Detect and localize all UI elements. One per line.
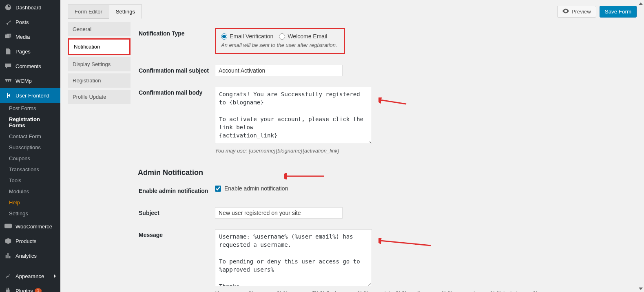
plugins-icon [4, 287, 12, 292]
comments-icon [4, 62, 12, 70]
page-tabs: Form Editor Settings [68, 4, 142, 19]
menu-label: Appearance [15, 273, 44, 279]
settings-panel: Notification Type Email Verification [138, 22, 637, 285]
subnav-profile-update[interactable]: Profile Update [68, 90, 131, 104]
analytics-icon [4, 252, 12, 260]
scroll-up-button[interactable] [637, 0, 644, 7]
radio-label: Email Verification [230, 33, 273, 40]
settings-subnav: General Notification Display Settings Re… [68, 22, 131, 285]
subnav-display-settings[interactable]: Display Settings [68, 57, 131, 71]
admin-subject-label: Subject [139, 202, 214, 223]
menu-label: User Frontend [15, 93, 49, 99]
button-label: Save Form [605, 9, 631, 15]
svg-rect-0 [4, 224, 12, 228]
vertical-scrollbar[interactable] [637, 0, 644, 292]
menu-label: WooCommerce [15, 223, 52, 230]
submenu-contact-form[interactable]: Contact Form [5, 131, 60, 142]
menu-wcmp[interactable]: WCMp [0, 73, 60, 88]
menu-pages[interactable]: Pages [0, 44, 60, 59]
confirm-body-label: Confirmation mail body [139, 82, 214, 159]
menu-label: Dashboard [15, 4, 42, 11]
submenu-coupons[interactable]: Coupons [5, 153, 60, 164]
menu-label: Media [15, 34, 30, 40]
dashboard-icon [4, 3, 12, 11]
subnav-general[interactable]: General [68, 22, 131, 36]
appearance-icon [4, 272, 12, 280]
menu-label: Analytics [15, 253, 37, 259]
notification-type-highlight: Email Verification Welcome Email An emai… [215, 28, 345, 54]
submenu-transactions[interactable]: Transactions [5, 164, 60, 175]
menu-woocommerce[interactable]: WooCommerce [0, 219, 60, 234]
confirm-subject-input[interactable] [215, 65, 343, 76]
notification-type-desc: An email will be sent to the user after … [221, 42, 337, 48]
enable-admin-label: Enable admin notification [139, 180, 214, 201]
admin-subject-input[interactable] [215, 207, 343, 219]
confirm-subject-label: Confirmation mail subject [139, 60, 214, 81]
menu-label: Pages [15, 49, 31, 55]
tab-settings[interactable]: Settings [109, 4, 142, 19]
subnav-notification[interactable]: Notification [68, 38, 131, 55]
menu-appearance[interactable]: Appearance [0, 269, 60, 283]
menu-comments[interactable]: Comments [0, 59, 60, 73]
menu-label: WCMp [15, 78, 32, 84]
scroll-down-button[interactable] [637, 285, 644, 292]
menu-posts[interactable]: Posts [0, 15, 60, 29]
enable-admin-checkbox[interactable] [215, 186, 221, 192]
pin-icon [4, 18, 12, 26]
radio-welcome-email[interactable] [279, 33, 285, 40]
user-frontend-submenu: Post Forms Registration Forms Contact Fo… [0, 103, 60, 219]
submenu-tools[interactable]: Tools [5, 175, 60, 186]
radio-welcome-email-label[interactable]: Welcome Email [279, 33, 327, 40]
menu-products[interactable]: Products [0, 234, 60, 248]
submenu-help[interactable]: Help [5, 197, 60, 208]
radio-email-verification-label[interactable]: Email Verification [221, 33, 273, 40]
radio-label: Welcome Email [288, 33, 327, 40]
menu-dashboard[interactable]: Dashboard [0, 0, 60, 15]
enable-admin-checkbox-label[interactable]: Enable admin notification [215, 185, 632, 192]
menu-user-frontend[interactable]: User Frontend [0, 88, 60, 103]
submenu-post-forms[interactable]: Post Forms [5, 103, 60, 114]
menu-analytics[interactable]: Analytics [0, 248, 60, 263]
checkbox-label: Enable admin notification [224, 185, 288, 192]
plugins-update-badge: 1 [35, 288, 42, 292]
products-icon [4, 237, 12, 245]
save-form-button[interactable]: Save Form [600, 6, 637, 18]
button-label: Preview [571, 9, 591, 15]
submenu-registration-forms[interactable]: Registration Forms [5, 114, 60, 131]
admin-message-label: Message [139, 224, 214, 292]
admin-notification-heading: Admin Notification [138, 159, 637, 179]
menu-label: Plugins [15, 288, 33, 292]
admin-sidebar: Dashboard Posts Media Pages Comments WCM… [0, 0, 60, 292]
notification-type-label: Notification Type [139, 23, 214, 59]
submenu-modules[interactable]: Modules [5, 186, 60, 197]
main-area: Form Editor Settings Preview Save Form G… [60, 0, 644, 292]
menu-plugins[interactable]: Plugins 1 [0, 283, 60, 292]
admin-message-hint: You may use: %username% %user_email% %di… [215, 290, 632, 292]
radio-email-verification[interactable] [221, 33, 227, 40]
submenu-settings[interactable]: Settings [5, 208, 60, 219]
confirm-body-hint: You may use: {username}{blogname}{activa… [215, 148, 632, 154]
menu-label: Comments [15, 63, 41, 69]
menu-label: Posts [15, 19, 29, 25]
pages-icon [4, 47, 12, 55]
woocommerce-icon [4, 222, 12, 230]
top-bar: Form Editor Settings Preview Save Form [60, 0, 644, 19]
chevron-right-icon [53, 274, 56, 278]
menu-media[interactable]: Media [0, 29, 60, 44]
submenu-subscriptions[interactable]: Subscriptions [5, 142, 60, 153]
tab-form-editor[interactable]: Form Editor [68, 4, 109, 19]
wcmp-icon [4, 77, 12, 85]
admin-message-textarea[interactable] [215, 229, 372, 286]
preview-button[interactable]: Preview [557, 6, 596, 18]
confirm-body-textarea[interactable] [215, 87, 372, 144]
menu-label: Products [15, 238, 36, 244]
subnav-registration[interactable]: Registration [68, 73, 131, 88]
user-frontend-icon [4, 91, 12, 100]
media-icon [4, 33, 12, 41]
eye-icon [562, 9, 569, 15]
